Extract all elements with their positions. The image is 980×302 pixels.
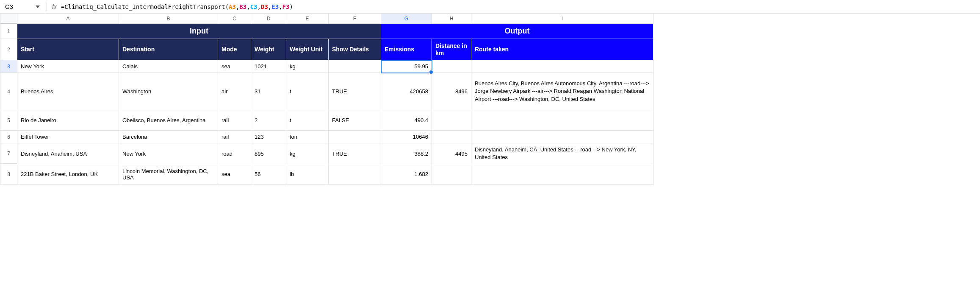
cell-A3[interactable]: New York xyxy=(17,60,119,73)
formula-bar[interactable]: =Climatiq_Calculate_IntermodalFreightTra… xyxy=(59,3,978,10)
cell-D3[interactable]: 1021 xyxy=(251,60,286,73)
formula-arg-4: E3 xyxy=(271,3,279,10)
formula-arg-3: D3 xyxy=(261,3,268,10)
cell-D8[interactable]: 56 xyxy=(251,164,286,185)
cell-C3[interactable]: sea xyxy=(218,60,251,73)
cell-A6[interactable]: Eiffel Tower xyxy=(17,131,119,143)
cell-F7[interactable]: TRUE xyxy=(329,143,381,164)
cell-B6[interactable]: Barcelona xyxy=(119,131,218,143)
row-header-8[interactable]: 8 xyxy=(0,164,17,185)
cell-G7[interactable]: 388.2 xyxy=(381,143,432,164)
cell-F8[interactable] xyxy=(329,164,381,185)
cell-H6[interactable] xyxy=(432,131,471,143)
cell-C6[interactable]: rail xyxy=(218,131,251,143)
cell-E6[interactable]: ton xyxy=(286,131,329,143)
cell-G3[interactable]: 59.95 xyxy=(381,60,432,73)
hdr-weight-unit[interactable]: Weight Unit xyxy=(286,39,329,60)
cell-C4[interactable]: air xyxy=(218,73,251,110)
section-header-output[interactable]: Output xyxy=(381,24,653,39)
col-header-A[interactable]: A xyxy=(17,14,119,24)
cell-B7[interactable]: New York xyxy=(119,143,218,164)
cell-A4[interactable]: Buenos Aires xyxy=(17,73,119,110)
cell-G5[interactable]: 490.4 xyxy=(381,110,432,131)
cell-F6[interactable] xyxy=(329,131,381,143)
row-header-5[interactable]: 5 xyxy=(0,110,17,131)
cell-G6[interactable]: 10646 xyxy=(381,131,432,143)
formula-row: fx =Climatiq_Calculate_IntermodalFreight… xyxy=(0,0,980,14)
row-header-3[interactable]: 3 xyxy=(0,60,17,73)
cell-F3[interactable] xyxy=(329,60,381,73)
cell-H5[interactable] xyxy=(432,110,471,131)
cell-A8[interactable]: 221B Baker Street, London, UK xyxy=(17,164,119,185)
hdr-distance[interactable]: Distance in km xyxy=(432,39,471,60)
cell-A5[interactable]: Rio de Janeiro xyxy=(17,110,119,131)
cell-C7[interactable]: road xyxy=(218,143,251,164)
cell-F5[interactable]: FALSE xyxy=(329,110,381,131)
cell-E5[interactable]: t xyxy=(286,110,329,131)
cell-E7[interactable]: kg xyxy=(286,143,329,164)
name-box-input[interactable] xyxy=(2,3,31,10)
cell-H3[interactable] xyxy=(432,60,471,73)
formula-arg-5: F3 xyxy=(282,3,290,10)
col-header-I[interactable]: I xyxy=(471,14,653,24)
row-header-2[interactable]: 2 xyxy=(0,39,17,60)
sheet-grid: A B C D E F G H I 1 Input Output 2 Start… xyxy=(0,14,980,185)
hdr-route[interactable]: Route taken xyxy=(471,39,653,60)
formula-arg-1: B3 xyxy=(239,3,246,10)
open-paren: ( xyxy=(225,3,229,10)
col-header-G[interactable]: G xyxy=(381,14,432,24)
cell-D7[interactable]: 895 xyxy=(251,143,286,164)
formula-arg-0: A3 xyxy=(229,3,236,10)
cell-B8[interactable]: Lincoln Memorial, Washington, DC, USA xyxy=(119,164,218,185)
hdr-weight[interactable]: Weight xyxy=(251,39,286,60)
cell-H7[interactable]: 4495 xyxy=(432,143,471,164)
name-box-dropdown[interactable] xyxy=(31,5,44,9)
col-header-C[interactable]: C xyxy=(218,14,251,24)
cell-I5[interactable] xyxy=(471,110,653,131)
cell-H4[interactable]: 8496 xyxy=(432,73,471,110)
chevron-down-icon xyxy=(36,5,40,9)
hdr-start[interactable]: Start xyxy=(17,39,119,60)
row-header-7[interactable]: 7 xyxy=(0,143,17,164)
cell-C8[interactable]: sea xyxy=(218,164,251,185)
col-header-H[interactable]: H xyxy=(432,14,471,24)
cell-D5[interactable]: 2 xyxy=(251,110,286,131)
col-header-B[interactable]: B xyxy=(119,14,218,24)
row-header-6[interactable]: 6 xyxy=(0,131,17,143)
cell-B4[interactable]: Washington xyxy=(119,73,218,110)
col-header-E[interactable]: E xyxy=(286,14,329,24)
hdr-mode[interactable]: Mode xyxy=(218,39,251,60)
row-header-1[interactable]: 1 xyxy=(0,24,17,39)
cell-G8[interactable]: 1.682 xyxy=(381,164,432,185)
cell-G4[interactable]: 420658 xyxy=(381,73,432,110)
col-header-D[interactable]: D xyxy=(251,14,286,24)
cell-I3[interactable] xyxy=(471,60,653,73)
select-all-corner[interactable] xyxy=(0,14,17,24)
col-header-F[interactable]: F xyxy=(329,14,381,24)
hdr-emissions[interactable]: Emissions xyxy=(381,39,432,60)
row-header-4[interactable]: 4 xyxy=(0,73,17,110)
cell-B3[interactable]: Calais xyxy=(119,60,218,73)
section-header-input[interactable]: Input xyxy=(17,24,381,39)
close-paren: ) xyxy=(289,3,293,10)
cell-I4[interactable]: Buenos Aires City, Buenos Aires Autonomo… xyxy=(471,73,653,110)
cell-I8[interactable] xyxy=(471,164,653,185)
cell-A7[interactable]: Disneyland, Anaheim, USA xyxy=(17,143,119,164)
cell-D6[interactable]: 123 xyxy=(251,131,286,143)
cell-B5[interactable]: Obelisco, Buenos Aires, Argentina xyxy=(119,110,218,131)
cell-D4[interactable]: 31 xyxy=(251,73,286,110)
cell-H8[interactable] xyxy=(432,164,471,185)
separator xyxy=(47,3,47,11)
cell-E4[interactable]: t xyxy=(286,73,329,110)
formula-arg-2: C3 xyxy=(250,3,257,10)
cell-I6[interactable] xyxy=(471,131,653,143)
formula-fn: Climatiq_Calculate_IntermodalFreightTran… xyxy=(64,3,225,10)
cell-F4[interactable]: TRUE xyxy=(329,73,381,110)
cell-C5[interactable]: rail xyxy=(218,110,251,131)
cell-E8[interactable]: lb xyxy=(286,164,329,185)
fx-label: fx xyxy=(50,3,59,10)
hdr-show-details[interactable]: Show Details xyxy=(329,39,381,60)
cell-E3[interactable]: kg xyxy=(286,60,329,73)
cell-I7[interactable]: Disneyland, Anaheim, CA, United States -… xyxy=(471,143,653,164)
hdr-destination[interactable]: Destination xyxy=(119,39,218,60)
